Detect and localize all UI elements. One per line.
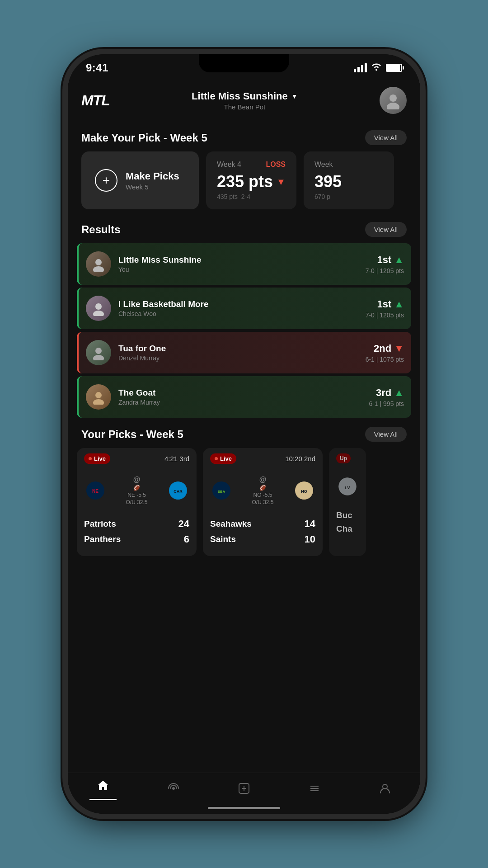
week-partial-pts: 395 [314, 172, 383, 191]
result-user-3: Denzel Murray [118, 354, 366, 362]
make-picks-card[interactable]: + Make Picks Week 5 [81, 151, 199, 209]
header-center[interactable]: Little Miss Sunshine ▼ The Bean Pot [192, 90, 298, 111]
make-your-pick-title: Make Your Pick - Week 5 [81, 132, 207, 144]
game2-scores: Seahawks 14 Saints 10 [203, 512, 323, 556]
week4-status: LOSS [266, 160, 286, 169]
result-item-1[interactable]: Little Miss Sunshine You 1st ▲ 7-0 | 120… [77, 243, 411, 285]
svg-point-9 [95, 392, 102, 398]
result-avatar-4 [86, 384, 111, 410]
live-dot-1 [89, 457, 92, 460]
game2-away-score: Saints 10 [210, 532, 315, 547]
svg-point-10 [93, 399, 104, 405]
league-name-row[interactable]: Little Miss Sunshine ▼ [192, 90, 298, 102]
result-name-1: Little Miss Sunshine [118, 255, 366, 265]
result-item-2[interactable]: I Like Basketball More Chelsea Woo 1st ▲… [77, 288, 411, 329]
battery-icon [386, 64, 402, 72]
home-icon [97, 779, 109, 795]
week-partial-header: Week [314, 160, 383, 169]
game-card-2[interactable]: Live 10:20 2nd SEA @ [203, 448, 323, 556]
svg-point-6 [93, 311, 104, 316]
result-rank-4: 3rd ▲ [369, 387, 404, 399]
nav-live[interactable] [138, 782, 209, 798]
game3-away: Cha [336, 522, 359, 536]
result-rank-info-1: 1st ▲ 7-0 | 1205 pts [366, 254, 404, 274]
week4-card[interactable]: Week 4 LOSS 235 pts ▼ 435 pts 2-4 [206, 151, 296, 209]
person-icon [379, 782, 391, 798]
svg-point-7 [95, 348, 102, 354]
week4-label: Week 4 [217, 160, 241, 169]
your-picks-scroll: Live 4:21 3rd NE @ [68, 448, 420, 556]
league-subtitle: The Bean Pot [224, 103, 266, 111]
result-info-3: Tua for One Denzel Murray [118, 344, 366, 362]
game3-teams: LV [329, 469, 366, 504]
result-item-3[interactable]: Tua for One Denzel Murray 2nd ▼ 6-1 | 10… [77, 332, 411, 373]
result-info-1: Little Miss Sunshine You [118, 255, 366, 273]
result-stats-4: 6-1 | 995 pts [369, 400, 404, 407]
game-card-1[interactable]: Live 4:21 3rd NE @ [77, 448, 197, 556]
week-partial-label: Week [314, 160, 333, 169]
nav-home-indicator [89, 799, 117, 800]
week4-arrow-down-icon: ▼ [277, 177, 286, 187]
svg-point-4 [93, 266, 104, 272]
result-avatar-2 [86, 296, 111, 321]
svg-text:LV: LV [345, 486, 350, 490]
nav-league[interactable] [279, 782, 350, 798]
result-stats-3: 6-1 | 1075 pts [366, 356, 404, 363]
result-stats-1: 7-0 | 1205 pts [366, 267, 404, 274]
live-badge-1: Live [84, 453, 110, 464]
status-time: 9:41 [86, 61, 108, 74]
result-name-2: I Like Basketball More [118, 299, 366, 309]
live-badge-2: Live [210, 453, 236, 464]
seahawks-logo: SEA [210, 479, 233, 502]
notch [199, 54, 289, 72]
your-picks-view-all[interactable]: View All [365, 427, 407, 442]
app-logo: MTL [81, 92, 110, 109]
result-rank-info-2: 1st ▲ 7-0 | 1205 pts [366, 298, 404, 319]
week-partial-card[interactable]: Week 395 670 p [304, 151, 394, 209]
game1-header: Live 4:21 3rd [77, 448, 197, 469]
result-name-3: Tua for One [118, 344, 366, 354]
svg-text:NE: NE [92, 489, 99, 494]
game3-scores: Buc Cha [329, 504, 366, 545]
svg-text:NO: NO [301, 489, 307, 494]
result-avatar-1 [86, 251, 111, 277]
league-name: Little Miss Sunshine [192, 90, 288, 102]
week-partial-meta: 670 p [314, 193, 383, 200]
game1-ou: O/U 32.5 [126, 499, 147, 505]
game1-spread: NE -5.5 [127, 492, 146, 498]
nav-home[interactable] [68, 779, 138, 800]
game2-home-score: Seahawks 14 [210, 516, 315, 532]
list-icon [308, 782, 321, 798]
nav-add[interactable] [209, 782, 279, 798]
week4-header: Week 4 LOSS [217, 160, 286, 169]
game-card-3-partial[interactable]: Up LV Buc [329, 448, 366, 556]
svg-text:CAR: CAR [174, 489, 183, 494]
live-badge-3: Up [336, 453, 351, 463]
result-rank-info-3: 2nd ▼ 6-1 | 1075 pts [366, 343, 404, 363]
dropdown-arrow-icon: ▼ [291, 93, 298, 100]
result-item-4[interactable]: The Goat Zandra Murray 3rd ▲ 6-1 | 995 p… [77, 376, 411, 418]
avatar[interactable] [380, 87, 407, 114]
football-icon-2: 🏈 [259, 485, 266, 491]
game3-home: Buc [336, 509, 359, 522]
game2-time: 10:20 2nd [285, 455, 315, 462]
football-icon-1: 🏈 [133, 485, 140, 491]
week4-pts: 235 pts ▼ [217, 172, 286, 191]
nav-profile[interactable] [350, 782, 420, 798]
make-picks-week: Week 5 [126, 183, 179, 191]
game1-pick-info: @ 🏈 NE -5.5 O/U 32.5 [126, 476, 147, 505]
svg-point-3 [95, 259, 102, 265]
plus-square-icon [238, 782, 250, 798]
game2-spread: NO -5.5 [253, 492, 272, 498]
result-rank-info-4: 3rd ▲ 6-1 | 995 pts [369, 387, 404, 407]
plus-circle-icon: + [95, 169, 117, 192]
result-info-4: The Goat Zandra Murray [118, 388, 369, 406]
make-picks-label: Make Picks [126, 170, 179, 182]
raiders-logo: LV [336, 475, 359, 498]
make-your-pick-view-all[interactable]: View All [365, 130, 407, 145]
phone-frame: 9:41 MTL [68, 54, 420, 814]
main-content: MTL Little Miss Sunshine ▼ The Bean Pot [68, 78, 420, 814]
rank-arrow-up-icon-2: ▲ [394, 298, 404, 310]
results-view-all[interactable]: View All [365, 222, 407, 237]
live-dot-2 [215, 457, 218, 460]
